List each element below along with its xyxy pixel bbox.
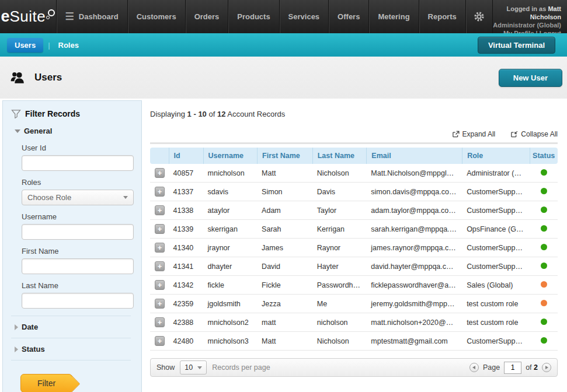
nav-dashboard[interactable]: ☰ Dashboard — [56, 0, 127, 33]
nav-services[interactable]: Services — [279, 0, 329, 33]
funnel-icon — [11, 110, 21, 118]
total-pages: 2 — [534, 363, 538, 372]
gear-icon — [474, 11, 485, 22]
col-status[interactable]: Status — [530, 148, 558, 164]
col-last-name[interactable]: Last Name — [312, 148, 367, 164]
page-size-select[interactable]: 10 — [180, 360, 207, 374]
expand-row-button[interactable]: + — [155, 280, 165, 290]
status-dot-orange — [541, 300, 547, 306]
expand-row-button[interactable]: + — [155, 299, 165, 309]
col-first-name[interactable]: First Name — [257, 148, 312, 164]
next-page-button[interactable] — [542, 363, 551, 372]
table-row: +41341dhayterDavidHayterdavid.hayter@mpp… — [150, 257, 558, 276]
nav-reports[interactable]: Reports — [419, 0, 465, 33]
chevron-down-icon — [123, 196, 128, 199]
section-status[interactable]: Status — [11, 342, 131, 356]
cell-last-name: Me — [312, 295, 367, 313]
logged-in-as: Logged in as Matt Nicholson — [493, 5, 561, 21]
section-status-label: Status — [22, 345, 45, 354]
of-label: of — [526, 363, 534, 372]
table-row: +41342fickleFicklePasswordhaverficklepas… — [150, 276, 558, 295]
expand-row-button[interactable]: + — [155, 205, 165, 215]
last-name-input[interactable] — [22, 293, 134, 309]
cell-username: ataylor — [203, 201, 258, 220]
cell-role: CustomerSupport (G... — [462, 201, 530, 220]
user-id-label: User Id — [22, 144, 131, 152]
nav-orders-label: Orders — [194, 12, 220, 21]
col-username[interactable]: Username — [203, 148, 258, 164]
nav-settings[interactable] — [465, 0, 493, 33]
col-email[interactable]: Email — [366, 148, 462, 164]
cell-username: fickle — [203, 276, 258, 295]
section-divider — [11, 338, 131, 338]
expand-row-button[interactable]: + — [155, 168, 165, 178]
section-date[interactable]: Date — [11, 320, 131, 334]
summary-prefix: Displaying — [150, 110, 187, 118]
nav-orders[interactable]: Orders — [185, 0, 228, 33]
section-general[interactable]: General — [11, 124, 131, 138]
filter-button-label: Filter — [37, 379, 55, 388]
col-id[interactable]: Id — [169, 148, 203, 164]
arrow-left-icon — [472, 366, 475, 369]
nav-metering-label: Metering — [378, 12, 409, 21]
expand-column-header — [150, 148, 169, 164]
nav-products[interactable]: Products — [228, 0, 279, 33]
logo-bubbles-icon — [46, 9, 55, 24]
username-input[interactable] — [22, 224, 134, 240]
filter-records-title: Filter Records — [25, 109, 80, 118]
user-id-input[interactable] — [22, 155, 134, 171]
filter-button[interactable]: Filter — [20, 374, 72, 392]
tab-roles[interactable]: Roles — [55, 38, 82, 52]
cell-email: matt.nicholson+2020@mppg... — [366, 313, 462, 332]
expand-cell: + — [150, 201, 169, 220]
cell-id: 41337 — [169, 183, 203, 201]
expand-cell: + — [150, 332, 169, 351]
summary-mid: of — [207, 110, 217, 118]
nav-offers[interactable]: Offers — [328, 0, 368, 33]
cell-id: 42480 — [169, 332, 203, 351]
section-general-label: General — [24, 127, 52, 135]
nav-offers-label: Offers — [338, 12, 360, 21]
expand-row-button[interactable]: + — [155, 336, 165, 346]
expand-row-button[interactable]: + — [155, 317, 165, 327]
virtual-terminal-button[interactable]: Virtual Terminal — [478, 37, 555, 54]
cell-role: CustomerSupport (G... — [462, 183, 530, 201]
expand-all-label: Expand All — [462, 130, 496, 138]
cell-role: test custom role — [462, 313, 530, 332]
collapse-all-link[interactable]: Collapse All — [510, 130, 558, 138]
expand-cell: + — [150, 239, 169, 257]
cell-username: mnicholson3 — [203, 332, 258, 351]
chevron-right-icon — [15, 324, 18, 330]
expand-cell: + — [150, 164, 169, 183]
cell-role: Sales (Global) — [462, 276, 530, 295]
roles-label: Roles — [22, 178, 131, 187]
user-role: Administrator (Global) — [493, 21, 561, 29]
first-name-input[interactable] — [22, 258, 134, 274]
users-table: Id Username First Name Last Name Email R… — [150, 148, 558, 351]
prev-page-button[interactable] — [469, 363, 479, 372]
table-top-rule — [150, 142, 558, 144]
expand-row-button[interactable]: + — [155, 261, 165, 271]
records-per-page-label: Records per page — [212, 363, 270, 372]
expand-row-button[interactable]: + — [155, 224, 165, 234]
roles-select[interactable]: Choose Role — [22, 190, 134, 205]
cell-last-name: Nicholson — [312, 164, 367, 183]
tab-users[interactable]: Users — [7, 38, 43, 52]
expand-all-link[interactable]: Expand All — [452, 130, 496, 138]
page-title: Users — [34, 72, 62, 83]
cell-role: CustomerSupport (G... — [462, 332, 530, 351]
expand-row-button[interactable]: + — [155, 243, 165, 253]
cell-email: sarah.kerrigan@mppqa.co.uk — [366, 220, 462, 239]
expand-row-button[interactable]: + — [155, 187, 165, 197]
nav-reports-label: Reports — [428, 12, 457, 21]
cell-id: 42359 — [169, 295, 203, 313]
cell-last-name: Raynor — [312, 239, 367, 257]
esuite-logo[interactable]: eSuite — [0, 0, 56, 33]
page-number-input[interactable] — [504, 362, 521, 374]
new-user-button[interactable]: New User — [499, 69, 562, 87]
nav-customers[interactable]: Customers — [127, 0, 185, 33]
col-role[interactable]: Role — [462, 148, 530, 164]
status-dot-green — [541, 244, 547, 250]
cell-last-name: nicholson — [312, 313, 367, 332]
nav-metering[interactable]: Metering — [368, 0, 418, 33]
